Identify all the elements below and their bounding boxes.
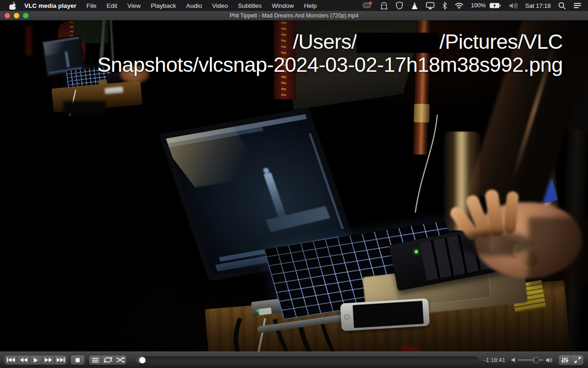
person-wrist-shadow — [528, 217, 588, 286]
loop-button[interactable] — [102, 356, 114, 365]
menubar-clock[interactable]: Sat 17:18 — [525, 2, 551, 9]
screen: VLC media player File Edit View Playback… — [0, 0, 588, 368]
bluetooth-icon[interactable] — [442, 2, 447, 10]
vlc-cone-icon[interactable] — [411, 1, 418, 10]
osd-line-2: Snapshots/vlcsnap-2024-03-02-17h18m38s99… — [97, 53, 563, 76]
seek-knob[interactable] — [139, 357, 146, 363]
spotlight-search-icon[interactable] — [558, 2, 566, 10]
menu-playback[interactable]: Playback — [146, 2, 181, 9]
volume-slider[interactable] — [518, 359, 543, 361]
transport-buttons — [5, 356, 67, 365]
battery-charging-icon[interactable] — [489, 2, 501, 9]
rewind-icon — [20, 357, 28, 362]
apple-logo-icon — [9, 2, 16, 10]
playlist-button[interactable] — [89, 356, 102, 365]
ghost-app-icon[interactable] — [380, 1, 388, 10]
apple-menu[interactable] — [6, 2, 19, 10]
replica-red-edge — [26, 26, 32, 55]
playlist-icon — [92, 357, 99, 363]
shuffle-icon — [116, 357, 125, 363]
menu-edit[interactable]: Edit — [102, 2, 122, 9]
equalizer-button[interactable] — [559, 355, 571, 365]
shuffle-button[interactable] — [114, 356, 126, 365]
menu-bar: VLC media player File Edit View Playback… — [0, 0, 588, 11]
chat-notification-icon[interactable] — [362, 1, 373, 10]
menu-view[interactable]: View — [122, 2, 146, 9]
stop-button[interactable] — [71, 356, 85, 365]
time-remaining[interactable]: -1:18:41 — [484, 357, 505, 363]
keypad-led — [414, 250, 418, 253]
magsafe-led — [256, 310, 259, 312]
next-icon — [57, 357, 65, 362]
volume-min-icon[interactable] — [511, 357, 515, 362]
replica-dark-cables — [63, 101, 106, 115]
seek-slider[interactable] — [136, 356, 478, 363]
video-surface[interactable]: /Users//Pictures/VLC Snapshots/vlcsnap-2… — [0, 20, 588, 351]
effects-fullscreen-buttons — [559, 355, 583, 365]
minimize-button[interactable] — [14, 13, 19, 18]
redacted-username — [356, 33, 439, 53]
menu-help[interactable]: Help — [299, 2, 322, 9]
stop-icon — [75, 358, 80, 362]
previous-button[interactable] — [5, 356, 17, 365]
volume-knob[interactable] — [533, 357, 539, 363]
shield-icon[interactable] — [396, 1, 403, 10]
play-icon — [34, 357, 38, 363]
loop-icon — [103, 357, 113, 363]
notification-center-icon[interactable] — [573, 2, 582, 9]
osd-line-1: /Users//Pictures/VLC — [97, 30, 563, 53]
close-button[interactable] — [5, 13, 10, 18]
volume-control — [511, 357, 552, 363]
fast-forward-button[interactable] — [42, 356, 54, 365]
volume-muted-icon[interactable] — [509, 2, 518, 9]
fullscreen-button[interactable] — [571, 355, 583, 365]
playback-control-bar: -1:18:41 — [0, 351, 588, 368]
traffic-lights — [0, 13, 28, 18]
window-titlebar[interactable]: Phil Tippett - Mad Dreams And Monsters (… — [0, 11, 588, 20]
fullscreen-icon — [574, 356, 581, 363]
next-button[interactable] — [54, 356, 67, 365]
playlist-mode-buttons — [89, 356, 126, 365]
previous-icon — [6, 357, 15, 362]
menu-audio[interactable]: Audio — [181, 2, 207, 9]
menubar-app-name[interactable]: VLC media player — [19, 2, 81, 9]
iphone — [340, 298, 430, 331]
equalizer-icon — [561, 357, 569, 363]
menu-window[interactable]: Window — [267, 2, 299, 9]
replica-screen-figure — [65, 52, 70, 68]
osd-path-prefix: /Users/ — [293, 30, 356, 53]
osd-path-suffix: /Pictures/VLC — [439, 30, 563, 53]
volume-max-icon[interactable] — [546, 357, 552, 363]
window-title: Phil Tippett - Mad Dreams And Monsters (… — [0, 12, 588, 19]
menu-subtitles[interactable]: Subtitles — [233, 2, 267, 9]
rewind-button[interactable] — [17, 356, 29, 365]
menu-file[interactable]: File — [81, 2, 102, 9]
fast-forward-icon — [45, 357, 52, 362]
person-hand-shadow — [458, 231, 531, 256]
play-button[interactable] — [29, 356, 42, 365]
iphone-screen — [353, 301, 424, 328]
menu-video[interactable]: Video — [207, 2, 233, 9]
battery-percentage[interactable]: 100% — [471, 2, 486, 9]
iphone-home-button — [344, 314, 350, 320]
osd-snapshot-path: /Users//Pictures/VLC Snapshots/vlcsnap-2… — [97, 30, 563, 76]
wifi-icon[interactable] — [455, 2, 464, 9]
zoom-button[interactable] — [23, 13, 28, 18]
airplay-display-icon[interactable] — [426, 2, 435, 10]
